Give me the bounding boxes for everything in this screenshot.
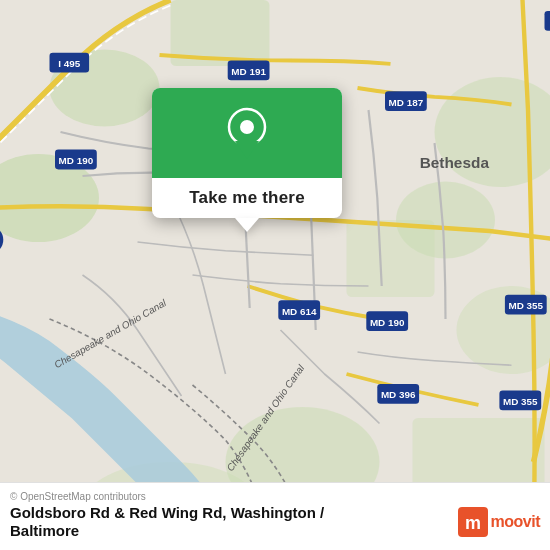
svg-rect-13 [545,11,551,31]
svg-text:MD 396: MD 396 [381,389,416,400]
location-name-line: Goldsboro Rd & Red Wing Rd, Washington /… [10,504,540,540]
popup-icon-area [152,88,342,178]
svg-text:MD 190: MD 190 [370,317,405,328]
svg-text:Bethesda: Bethesda [420,154,490,171]
moovit-logo: m moovit [458,507,540,537]
copyright-text: © OpenStreetMap contributors [10,491,540,502]
svg-text:MD 190: MD 190 [59,155,94,166]
map-container: I 495 I 495 495 MD 191 MD 187 MD 190 Bet… [0,0,550,550]
bottom-bar: © OpenStreetMap contributors Goldsboro R… [0,482,550,550]
svg-text:m: m [465,513,481,533]
svg-point-37 [239,119,255,135]
location-name-text: Goldsboro Rd & Red Wing Rd, Washington / [10,504,324,521]
svg-marker-38 [235,141,259,159]
location-name: Goldsboro Rd & Red Wing Rd, Washington /… [10,504,324,540]
svg-text:MD 614: MD 614 [282,306,317,317]
location-name-text2: Baltimore [10,522,79,539]
moovit-brand-text: moovit [491,513,540,531]
svg-text:MD 187: MD 187 [389,97,424,108]
svg-text:MD 355: MD 355 [508,300,543,311]
moovit-m-icon: m [458,507,488,537]
svg-text:MD 191: MD 191 [231,66,266,77]
map-background: I 495 I 495 495 MD 191 MD 187 MD 190 Bet… [0,0,550,550]
svg-text:I 495: I 495 [58,58,80,69]
svg-text:MD 355: MD 355 [503,396,538,407]
popup-card: Take me there [152,88,342,218]
location-pin-icon [225,107,269,159]
take-me-there-button[interactable]: Take me there [189,188,305,208]
